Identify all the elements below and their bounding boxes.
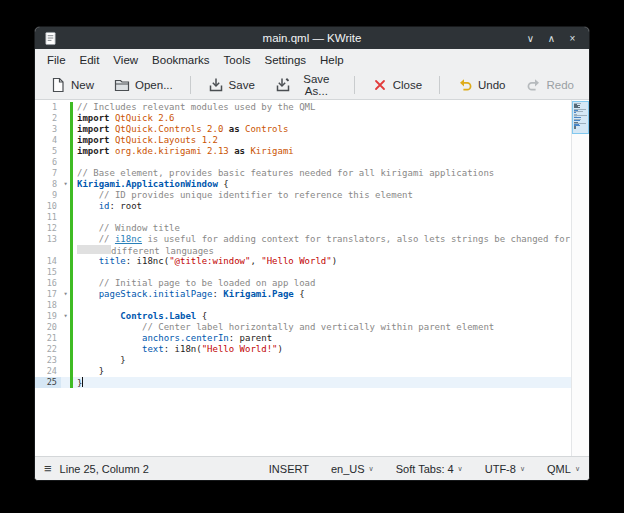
- scrollbar-minimap[interactable]: [571, 100, 589, 456]
- chevron-down-icon: ∨: [369, 464, 374, 473]
- code-line-16[interactable]: 16 // Initial page to be loaded on app l…: [35, 278, 571, 289]
- code-segment: Kirigami: [245, 146, 294, 156]
- chevron-down-icon: ∨: [458, 464, 463, 473]
- fold-arrow-icon[interactable]: ▾: [61, 311, 70, 322]
- code-line-17[interactable]: 17▾ pageStack.initialPage: Kirigami.Page…: [35, 289, 571, 300]
- code-segment: ): [332, 256, 337, 266]
- save-icon: [208, 77, 224, 93]
- menu-bookmarks[interactable]: Bookmarks: [145, 52, 217, 68]
- code-line-7[interactable]: 7// Base element, provides basic feature…: [35, 168, 571, 179]
- close-button[interactable]: ×: [564, 33, 581, 44]
- code-line-8[interactable]: 8▾Kirigami.ApplicationWindow {: [35, 179, 571, 190]
- close-button[interactable]: Close: [363, 73, 431, 97]
- code-segment: Controls.Label: [120, 311, 196, 321]
- line-number: 1: [35, 102, 61, 113]
- code-segment: : root: [110, 201, 143, 211]
- window-controls: ∨∧×: [518, 33, 581, 44]
- code-line-5[interactable]: 5import org.kde.kirigami 2.13 as Kirigam…: [35, 146, 571, 157]
- code-line-22[interactable]: 22 text: i18n("Hello World!"): [35, 344, 571, 355]
- status-encoding[interactable]: UTF-8∨: [485, 463, 525, 475]
- code-line-19[interactable]: 19▾ Controls.Label {: [35, 311, 571, 322]
- status-dictionary-label: en_US: [331, 463, 365, 475]
- fold-gutter: [61, 190, 70, 201]
- statusbar-menu-icon[interactable]: ≡: [44, 461, 52, 476]
- code-line-wrap[interactable]: different languages: [35, 245, 571, 256]
- code-line-15[interactable]: 15: [35, 267, 571, 278]
- cursor-position[interactable]: Line 25, Column 2: [60, 463, 149, 475]
- fold-arrow-icon[interactable]: ▾: [61, 289, 70, 300]
- code-line-18[interactable]: 18: [35, 300, 571, 311]
- fold-gutter: [61, 278, 70, 289]
- menu-settings[interactable]: Settings: [257, 52, 313, 68]
- redo-icon: [526, 77, 542, 93]
- toolbar-separator: [354, 76, 355, 94]
- code-line-3[interactable]: 3import QtQuick.Controls 2.0 as Controls: [35, 124, 571, 135]
- code-segment: {: [196, 311, 207, 321]
- fold-gutter: [61, 377, 70, 388]
- code-segment: as: [223, 124, 239, 134]
- code-text: // Center label horizontally and vertica…: [73, 322, 494, 333]
- code-line-24[interactable]: 24 }: [35, 366, 571, 377]
- line-number: 3: [35, 124, 61, 135]
- code-segment: i18nc: [115, 234, 142, 244]
- fold-gutter: [61, 344, 70, 355]
- status-encoding-label: UTF-8: [485, 463, 516, 475]
- fold-gutter: [61, 245, 70, 256]
- code-segment: : parent: [229, 333, 272, 343]
- code-line-20[interactable]: 20 // Center label horizontally and vert…: [35, 322, 571, 333]
- fold-gutter: [61, 267, 70, 278]
- code-line-2[interactable]: 2import QtQuick 2.6: [35, 113, 571, 124]
- code-line-23[interactable]: 23 }: [35, 355, 571, 366]
- status-dictionary[interactable]: en_US∨: [331, 463, 374, 475]
- window-title: main.qml — KWrite: [35, 32, 589, 44]
- redo-button-label: Redo: [547, 79, 575, 91]
- code-line-9[interactable]: 9 // ID provides unique identifier to re…: [35, 190, 571, 201]
- code-segment: {: [294, 289, 305, 299]
- minimize-button[interactable]: ∨: [522, 33, 539, 44]
- new-button[interactable]: New: [41, 73, 103, 97]
- titlebar[interactable]: main.qml — KWrite ∨∧×: [35, 27, 589, 49]
- code-line-25[interactable]: 25}: [35, 377, 571, 388]
- menu-tools[interactable]: Tools: [217, 52, 258, 68]
- save-button[interactable]: Save: [199, 73, 264, 97]
- code-line-1[interactable]: 1// Includes relevant modules used by th…: [35, 102, 571, 113]
- code-line-6[interactable]: 6: [35, 157, 571, 168]
- line-number: 4: [35, 135, 61, 146]
- status-insert-mode[interactable]: INSERT: [269, 463, 309, 475]
- code-line-12[interactable]: 12 // Window title: [35, 223, 571, 234]
- save-as-button[interactable]: Save As...: [266, 69, 346, 101]
- code-text: [73, 300, 77, 311]
- line-number: 17: [35, 289, 61, 300]
- code-segment: import: [77, 146, 110, 156]
- toolbar-separator: [439, 76, 440, 94]
- open-button[interactable]: Open...: [105, 73, 182, 97]
- code-segment: ,: [250, 256, 261, 266]
- minimap-slider[interactable]: [572, 101, 589, 134]
- menu-edit[interactable]: Edit: [73, 52, 107, 68]
- code-line-10[interactable]: 10 id: root: [35, 201, 571, 212]
- code-text: import org.kde.kirigami 2.13 as Kirigami: [73, 146, 294, 157]
- code-line-4[interactable]: 4import QtQuick.Layouts 1.2: [35, 135, 571, 146]
- code-text: // Window title: [73, 223, 180, 234]
- status-tab-settings[interactable]: Soft Tabs: 4∨: [396, 463, 463, 475]
- menu-help[interactable]: Help: [313, 52, 351, 68]
- code-line-13[interactable]: 13 // i18nc is useful for adding context…: [35, 234, 571, 245]
- fold-gutter: [61, 256, 70, 267]
- statusbar: ≡ Line 25, Column 2 INSERTen_US∨Soft Tab…: [35, 456, 589, 480]
- code-line-11[interactable]: 11: [35, 212, 571, 223]
- fold-arrow-icon[interactable]: ▾: [61, 179, 70, 190]
- menu-view[interactable]: View: [106, 52, 145, 68]
- code-line-14[interactable]: 14 title: i18nc("@title:window", "Hello …: [35, 256, 571, 267]
- menu-file[interactable]: File: [40, 52, 73, 68]
- fold-gutter: [61, 223, 70, 234]
- line-number: 9: [35, 190, 61, 201]
- code-line-21[interactable]: 21 anchors.centerIn: parent: [35, 333, 571, 344]
- save-as-button-label: Save As...: [296, 73, 337, 97]
- status-syntax-mode[interactable]: QML∨: [547, 463, 580, 475]
- maximize-button[interactable]: ∧: [543, 33, 560, 44]
- code-segment: }: [77, 366, 104, 376]
- code-segment: // ID provides unique identifier to refe…: [77, 190, 413, 200]
- code-rows[interactable]: 1// Includes relevant modules used by th…: [35, 100, 571, 456]
- editor[interactable]: 1// Includes relevant modules used by th…: [35, 100, 589, 456]
- undo-button[interactable]: Undo: [448, 73, 515, 97]
